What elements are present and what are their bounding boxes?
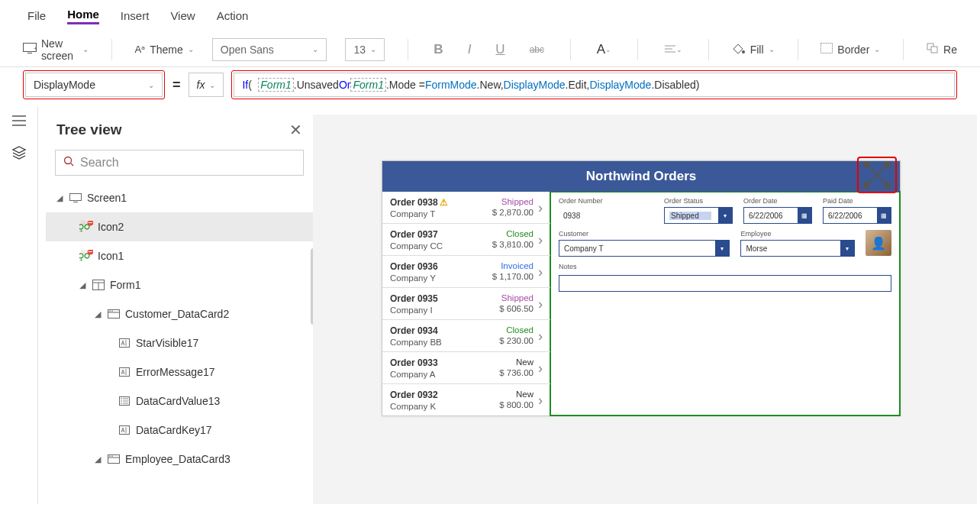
chevron-down-icon: ⌄ xyxy=(188,45,194,53)
customer-label: Customer xyxy=(559,230,730,238)
chevron-right-icon: › xyxy=(538,328,543,344)
order-company: Company Y xyxy=(390,273,492,283)
bold-button[interactable]: B xyxy=(430,42,446,57)
form-icon xyxy=(92,280,105,290)
caret-down-icon: ◢ xyxy=(95,454,102,464)
strikethrough-button[interactable]: abc xyxy=(527,44,547,55)
label-icon xyxy=(118,425,131,435)
formula-bar: DisplayMode ⌄ = fx ⌄ If( Form1.Unsaved O… xyxy=(0,67,980,102)
svg-text:♡: ♡ xyxy=(81,250,85,254)
tree-node-datacardkey[interactable]: DataCardKey17 xyxy=(46,416,313,445)
align-button[interactable]: ⌄ xyxy=(661,44,685,55)
tree-search-input[interactable]: Search xyxy=(55,150,304,176)
orders-list[interactable]: Order 0938⚠Company TShipped$ 2,870.00›Or… xyxy=(382,192,550,416)
tree-node-errormessage[interactable]: ErrorMessage17 xyxy=(46,357,313,386)
customer-select[interactable]: Company T▾ xyxy=(559,240,730,257)
order-number: Order 0936 xyxy=(390,261,438,272)
hamburger-icon[interactable] xyxy=(11,115,27,130)
font-color-button[interactable]: A⌄ xyxy=(594,42,614,57)
reorder-label: Re xyxy=(943,44,957,56)
font-size-select[interactable]: 13 ⌄ xyxy=(345,38,384,61)
svg-rect-30 xyxy=(120,339,130,348)
theme-button[interactable]: Aᵃ Theme ⌄ xyxy=(135,44,194,56)
order-status-select[interactable]: Shipped▾ xyxy=(664,207,733,224)
order-status: Shipped xyxy=(492,197,534,206)
order-number-label: Order Number xyxy=(559,197,653,205)
tree-node-screen1[interactable]: ◢ Screen1 xyxy=(46,183,313,212)
order-status: New xyxy=(499,357,534,367)
paid-date-label: Paid Date xyxy=(823,197,891,205)
chevron-right-icon: › xyxy=(538,361,543,377)
order-company: Company K xyxy=(390,402,499,411)
new-screen-button[interactable]: + New screen ⌄ xyxy=(23,37,89,62)
property-dropdown[interactable]: DisplayMode ⌄ xyxy=(25,73,163,97)
chevron-down-icon: ⌄ xyxy=(370,45,376,53)
font-size-value: 13 xyxy=(353,44,366,56)
order-row[interactable]: Order 0938⚠Company TShipped$ 2,870.00› xyxy=(382,192,550,223)
order-row[interactable]: Order 0933Company ANew$ 736.00› xyxy=(382,351,550,383)
notes-input[interactable] xyxy=(559,275,891,292)
tree-label: Form1 xyxy=(110,279,140,291)
close-icon[interactable]: ✕ xyxy=(289,121,302,139)
order-number: Order 0933 xyxy=(390,357,438,368)
tree-node-starvisible[interactable]: StarVisible17 xyxy=(46,328,313,357)
order-amount: $ 606.50 xyxy=(499,304,534,313)
chevron-down-icon: ▾ xyxy=(715,241,729,256)
order-row[interactable]: Order 0934Company BBClosed$ 230.00› xyxy=(382,319,550,351)
order-number: Order 0938 xyxy=(390,197,438,208)
order-company: Company CC xyxy=(390,241,492,251)
underline-button[interactable]: U xyxy=(492,42,508,57)
tree-node-icon1[interactable]: ♡⛔+ Icon1 xyxy=(46,241,313,270)
menu-action[interactable]: Action xyxy=(217,9,249,24)
svg-point-35 xyxy=(121,398,122,399)
tree-node-icon2[interactable]: ♡⛔+ Icon2 xyxy=(46,212,313,241)
order-row[interactable]: Order 0935Company IShipped$ 606.50› xyxy=(382,287,550,319)
svg-point-28 xyxy=(109,310,111,312)
font-name-select[interactable]: Open Sans ⌄ xyxy=(212,38,327,61)
tree-label: Screen1 xyxy=(87,192,127,204)
order-row[interactable]: Order 0932Company KNew$ 800.00› xyxy=(382,383,550,416)
menu-home[interactable]: Home xyxy=(67,8,99,24)
reorder-icon xyxy=(927,43,939,56)
order-row[interactable]: Order 0937Company CCClosed$ 3,810.00› xyxy=(382,223,550,255)
fill-button[interactable]: Fill ⌄ xyxy=(732,41,775,57)
menu-view[interactable]: View xyxy=(170,9,195,24)
svg-text:⛔: ⛔ xyxy=(87,221,93,226)
svg-point-13 xyxy=(65,157,72,164)
fill-label: Fill xyxy=(750,44,764,56)
fx-dropdown[interactable]: fx ⌄ xyxy=(189,73,224,97)
chevron-right-icon: › xyxy=(538,232,543,248)
svg-line-14 xyxy=(71,163,74,167)
svg-rect-9 xyxy=(931,47,937,53)
order-amount: $ 3,810.00 xyxy=(492,240,534,249)
calendar-icon: ▦ xyxy=(798,208,811,223)
tree-title: Tree view xyxy=(56,121,122,138)
svg-point-6 xyxy=(742,50,745,53)
order-status: Invoiced xyxy=(492,261,534,270)
order-date-input[interactable]: 6/22/2006▦ xyxy=(743,207,812,224)
chevron-right-icon: › xyxy=(538,296,543,312)
tree: ◢ Screen1 ♡⛔+ Icon2 ♡⛔+ Icon1 ◢ Form1 ◢ … xyxy=(46,183,313,474)
tree-label: Customer_DataCard2 xyxy=(125,308,229,320)
tree-node-form1[interactable]: ◢ Form1 xyxy=(46,270,313,299)
search-placeholder: Search xyxy=(80,156,119,170)
order-number-value: 0938 xyxy=(559,207,653,224)
selected-control-handles[interactable] xyxy=(857,157,897,193)
italic-button[interactable]: I xyxy=(465,42,475,57)
formula-input[interactable]: If( Form1.Unsaved Or Form1.Mode = FormMo… xyxy=(234,73,955,97)
menu-file[interactable]: File xyxy=(27,9,46,24)
menu-insert[interactable]: Insert xyxy=(121,9,150,24)
tree-node-datacardvalue[interactable]: DataCardValue13 xyxy=(46,386,313,416)
reorder-button[interactable]: Re xyxy=(927,43,957,56)
property-value: DisplayMode xyxy=(34,79,95,91)
order-row[interactable]: Order 0936Company YInvoiced$ 1,170.00› xyxy=(382,255,550,287)
calendar-icon: ▦ xyxy=(877,208,891,223)
border-button[interactable]: Border ⌄ xyxy=(820,43,880,56)
svg-point-37 xyxy=(121,403,122,404)
employee-select[interactable]: Morse▾ xyxy=(740,240,855,257)
paid-date-input[interactable]: 6/22/2006▦ xyxy=(823,207,891,224)
app-title: Northwind Orders xyxy=(586,169,697,184)
layers-icon[interactable] xyxy=(11,145,27,160)
tree-node-customer-datacard[interactable]: ◢ Customer_DataCard2 xyxy=(46,299,313,328)
tree-node-employee-datacard[interactable]: ◢ Employee_DataCard3 xyxy=(46,445,313,474)
